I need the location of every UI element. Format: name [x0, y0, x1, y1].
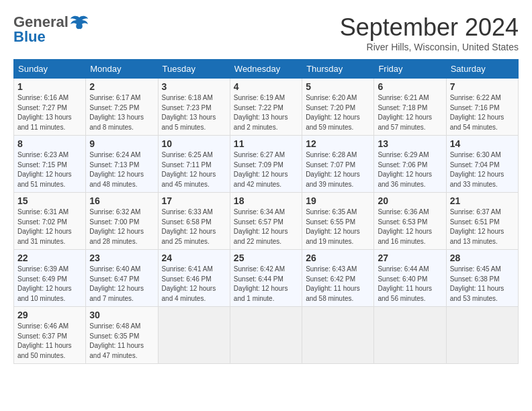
day-detail: Sunrise: 6:41 AMSunset: 6:46 PMDaylight:…: [162, 265, 226, 304]
day-detail: Sunrise: 6:36 AMSunset: 6:53 PMDaylight:…: [378, 208, 442, 246]
table-row: 4Sunrise: 6:19 AMSunset: 7:22 PMDaylight…: [230, 79, 302, 136]
table-row: 30Sunrise: 6:48 AMSunset: 6:35 PMDayligh…: [86, 307, 158, 364]
table-row: 8Sunrise: 6:23 AMSunset: 7:15 PMDaylight…: [14, 136, 86, 193]
day-number: 25: [234, 253, 298, 263]
table-row: 26Sunrise: 6:43 AMSunset: 6:42 PMDayligh…: [302, 250, 374, 307]
calendar-week-row: 8Sunrise: 6:23 AMSunset: 7:15 PMDaylight…: [14, 136, 519, 193]
day-number: 18: [234, 195, 298, 206]
day-detail: Sunrise: 6:21 AMSunset: 7:18 PMDaylight:…: [378, 93, 442, 132]
day-number: 28: [450, 253, 515, 263]
day-detail: Sunrise: 6:31 AMSunset: 7:02 PMDaylight:…: [17, 208, 82, 246]
table-row: [446, 307, 518, 364]
day-detail: Sunrise: 6:44 AMSunset: 6:40 PMDaylight:…: [378, 265, 442, 304]
table-row: 12Sunrise: 6:28 AMSunset: 7:07 PMDayligh…: [302, 136, 374, 193]
table-row: 10Sunrise: 6:25 AMSunset: 7:11 PMDayligh…: [158, 136, 230, 193]
day-number: 16: [89, 195, 154, 206]
calendar-week-row: 1Sunrise: 6:16 AMSunset: 7:27 PMDaylight…: [14, 79, 519, 136]
page-header: General Blue September 2024 River Hills,…: [13, 13, 519, 52]
logo-bird-icon: [70, 15, 89, 30]
day-number: 5: [306, 81, 370, 92]
location-title: River Hills, Wisconsin, United States: [340, 42, 519, 52]
table-row: 19Sunrise: 6:35 AMSunset: 6:55 PMDayligh…: [302, 193, 374, 250]
table-row: 3Sunrise: 6:18 AMSunset: 7:23 PMDaylight…: [158, 79, 230, 136]
table-row: 5Sunrise: 6:20 AMSunset: 7:20 PMDaylight…: [302, 79, 374, 136]
month-title: September 2024: [340, 13, 519, 42]
day-detail: Sunrise: 6:40 AMSunset: 6:47 PMDaylight:…: [89, 265, 154, 304]
header-wednesday: Wednesday: [230, 60, 302, 79]
day-detail: Sunrise: 6:45 AMSunset: 6:38 PMDaylight:…: [450, 265, 515, 304]
table-row: 13Sunrise: 6:29 AMSunset: 7:06 PMDayligh…: [374, 136, 446, 193]
day-number: 2: [89, 81, 154, 92]
day-detail: Sunrise: 6:17 AMSunset: 7:25 PMDaylight:…: [89, 93, 154, 132]
header-tuesday: Tuesday: [158, 60, 230, 79]
day-detail: Sunrise: 6:24 AMSunset: 7:13 PMDaylight:…: [89, 150, 154, 189]
table-row: [302, 307, 374, 364]
day-detail: Sunrise: 6:34 AMSunset: 6:57 PMDaylight:…: [234, 208, 298, 246]
table-row: [374, 307, 446, 364]
day-number: 17: [162, 195, 226, 206]
table-row: [230, 307, 302, 364]
day-detail: Sunrise: 6:16 AMSunset: 7:27 PMDaylight:…: [17, 93, 82, 132]
day-detail: Sunrise: 6:19 AMSunset: 7:22 PMDaylight:…: [234, 93, 298, 132]
day-number: 30: [89, 310, 154, 320]
day-number: 10: [162, 138, 226, 149]
day-number: 19: [306, 195, 370, 206]
header-saturday: Saturday: [446, 60, 518, 79]
day-detail: Sunrise: 6:23 AMSunset: 7:15 PMDaylight:…: [17, 150, 82, 189]
table-row: 21Sunrise: 6:37 AMSunset: 6:51 PMDayligh…: [446, 193, 518, 250]
title-block: September 2024 River Hills, Wisconsin, U…: [340, 13, 519, 52]
table-row: 15Sunrise: 6:31 AMSunset: 7:02 PMDayligh…: [14, 193, 86, 250]
day-number: 14: [450, 138, 515, 149]
day-detail: Sunrise: 6:39 AMSunset: 6:49 PMDaylight:…: [17, 265, 82, 304]
day-number: 20: [378, 195, 442, 206]
header-thursday: Thursday: [302, 60, 374, 79]
day-number: 4: [234, 81, 298, 92]
day-number: 21: [450, 195, 515, 206]
day-number: 12: [306, 138, 370, 149]
day-detail: Sunrise: 6:22 AMSunset: 7:16 PMDaylight:…: [450, 93, 515, 132]
day-detail: Sunrise: 6:28 AMSunset: 7:07 PMDaylight:…: [306, 150, 370, 189]
day-detail: Sunrise: 6:30 AMSunset: 7:04 PMDaylight:…: [450, 150, 515, 189]
header-friday: Friday: [374, 60, 446, 79]
header-monday: Monday: [86, 60, 158, 79]
day-detail: Sunrise: 6:25 AMSunset: 7:11 PMDaylight:…: [162, 150, 226, 189]
day-number: 22: [17, 253, 82, 263]
day-detail: Sunrise: 6:43 AMSunset: 6:42 PMDaylight:…: [306, 265, 370, 304]
logo-blue-text: Blue: [13, 28, 46, 46]
calendar-week-row: 15Sunrise: 6:31 AMSunset: 7:02 PMDayligh…: [14, 193, 519, 250]
calendar-header-row: Sunday Monday Tuesday Wednesday Thursday…: [14, 60, 519, 79]
table-row: [158, 307, 230, 364]
day-number: 3: [162, 81, 226, 92]
table-row: 29Sunrise: 6:46 AMSunset: 6:37 PMDayligh…: [14, 307, 86, 364]
day-number: 27: [378, 253, 442, 263]
day-number: 6: [378, 81, 442, 92]
calendar-week-row: 29Sunrise: 6:46 AMSunset: 6:37 PMDayligh…: [14, 307, 519, 364]
table-row: 7Sunrise: 6:22 AMSunset: 7:16 PMDaylight…: [446, 79, 518, 136]
day-number: 8: [17, 138, 82, 149]
table-row: 25Sunrise: 6:42 AMSunset: 6:44 PMDayligh…: [230, 250, 302, 307]
day-detail: Sunrise: 6:18 AMSunset: 7:23 PMDaylight:…: [162, 93, 226, 132]
day-number: 29: [17, 310, 82, 320]
day-number: 7: [450, 81, 515, 92]
day-number: 11: [234, 138, 298, 149]
calendar-table: Sunday Monday Tuesday Wednesday Thursday…: [13, 59, 519, 364]
day-number: 15: [17, 195, 82, 206]
day-number: 24: [162, 253, 226, 263]
table-row: 24Sunrise: 6:41 AMSunset: 6:46 PMDayligh…: [158, 250, 230, 307]
table-row: 2Sunrise: 6:17 AMSunset: 7:25 PMDaylight…: [86, 79, 158, 136]
day-detail: Sunrise: 6:27 AMSunset: 7:09 PMDaylight:…: [234, 150, 298, 189]
table-row: 23Sunrise: 6:40 AMSunset: 6:47 PMDayligh…: [86, 250, 158, 307]
table-row: 11Sunrise: 6:27 AMSunset: 7:09 PMDayligh…: [230, 136, 302, 193]
calendar-week-row: 22Sunrise: 6:39 AMSunset: 6:49 PMDayligh…: [14, 250, 519, 307]
table-row: 9Sunrise: 6:24 AMSunset: 7:13 PMDaylight…: [86, 136, 158, 193]
day-number: 13: [378, 138, 442, 149]
day-detail: Sunrise: 6:20 AMSunset: 7:20 PMDaylight:…: [306, 93, 370, 132]
day-detail: Sunrise: 6:42 AMSunset: 6:44 PMDaylight:…: [234, 265, 298, 304]
day-detail: Sunrise: 6:35 AMSunset: 6:55 PMDaylight:…: [306, 208, 370, 246]
table-row: 1Sunrise: 6:16 AMSunset: 7:27 PMDaylight…: [14, 79, 86, 136]
day-detail: Sunrise: 6:48 AMSunset: 6:35 PMDaylight:…: [89, 322, 154, 361]
table-row: 28Sunrise: 6:45 AMSunset: 6:38 PMDayligh…: [446, 250, 518, 307]
table-row: 27Sunrise: 6:44 AMSunset: 6:40 PMDayligh…: [374, 250, 446, 307]
table-row: 22Sunrise: 6:39 AMSunset: 6:49 PMDayligh…: [14, 250, 86, 307]
logo: General Blue: [13, 13, 89, 46]
